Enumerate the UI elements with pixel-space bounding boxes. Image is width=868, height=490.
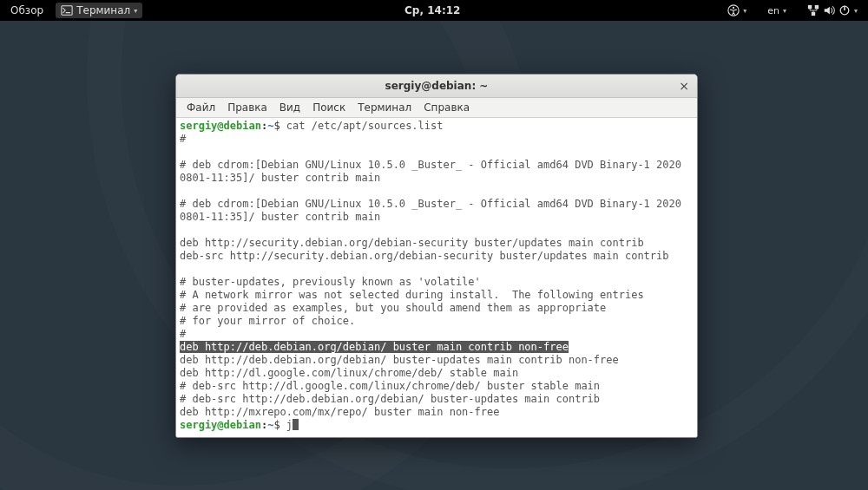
prompt-user: sergiy@debian — [180, 120, 261, 132]
network-icon — [807, 4, 819, 16]
terminal-window: sergiy@debian: ~ × Файл Правка Вид Поиск… — [175, 74, 698, 438]
menu-view[interactable]: Вид — [274, 100, 306, 115]
chevron-down-icon: ▾ — [854, 7, 858, 15]
accessibility-icon — [727, 4, 740, 16]
output-line: deb-src http://security.debian.org/debia… — [180, 250, 669, 262]
output-line: # for your mirror of choice. — [180, 315, 355, 327]
clock[interactable]: Ср, 14:12 — [399, 3, 465, 18]
menu-terminal[interactable]: Терминал — [352, 100, 417, 115]
svg-point-2 — [733, 7, 734, 9]
window-title: sergiy@debian: ~ — [176, 80, 697, 92]
menu-file[interactable]: Файл — [181, 100, 220, 115]
input-source-label: en — [767, 5, 779, 16]
command-2: j — [286, 419, 293, 431]
window-close-button[interactable]: × — [676, 78, 692, 94]
output-line: # — [180, 133, 186, 145]
output-line-selected: deb http://deb.debian.org/debian/ buster… — [180, 341, 569, 353]
system-menu[interactable]: ▾ — [802, 3, 863, 18]
activities-button[interactable]: Обзор — [5, 3, 49, 18]
top-bar: Обзор Терминал ▾ Ср, 14:12 ▾ en ▾ ▾ — [0, 0, 868, 21]
menu-edit[interactable]: Правка — [222, 100, 273, 115]
command-1: cat /etc/apt/sources.list — [286, 120, 444, 132]
output-line: 0801-11:35]/ buster contrib main — [180, 211, 380, 223]
output-line: # A network mirror was not selected duri… — [180, 289, 644, 301]
input-source-menu[interactable]: en ▾ — [762, 3, 792, 18]
svg-rect-5 — [812, 12, 815, 16]
svg-rect-0 — [62, 6, 72, 16]
chevron-down-icon: ▾ — [134, 7, 137, 15]
power-icon — [838, 4, 851, 16]
terminal-output[interactable]: sergiy@debian:~$ cat /etc/apt/sources.li… — [176, 118, 697, 437]
output-line: # deb-src http://deb.debian.org/debian/ … — [180, 393, 600, 405]
prompt-user: sergiy@debian — [180, 419, 261, 431]
output-line: 0801-11:35]/ buster contrib main — [180, 172, 380, 184]
output-line: deb http://dl.google.com/linux/chrome/de… — [180, 367, 518, 379]
menu-search[interactable]: Поиск — [307, 100, 351, 115]
app-menu-label: Терминал — [76, 4, 130, 16]
accessibility-menu[interactable]: ▾ — [722, 3, 752, 18]
output-line: # buster-updates, previously known as 'v… — [180, 276, 481, 288]
svg-rect-4 — [815, 5, 819, 9]
output-line: deb http://security.debian.org/debian-se… — [180, 237, 644, 249]
menu-help[interactable]: Справка — [418, 100, 475, 115]
output-line: # deb-src http://dl.google.com/linux/chr… — [180, 380, 600, 392]
output-line: # — [180, 328, 186, 340]
window-titlebar[interactable]: sergiy@debian: ~ × — [176, 75, 697, 98]
output-line: # are provided as examples, but you shou… — [180, 302, 606, 314]
svg-rect-3 — [808, 5, 812, 9]
output-line: # deb cdrom:[Debian GNU/Linux 10.5.0 _Bu… — [180, 159, 681, 171]
menu-bar: Файл Правка Вид Поиск Терминал Справка — [176, 98, 697, 118]
output-line: deb http://mxrepo.com/mx/repo/ buster ma… — [180, 406, 499, 418]
chevron-down-icon: ▾ — [743, 7, 746, 15]
volume-icon — [823, 4, 835, 16]
output-line: deb http://deb.debian.org/debian/ buster… — [180, 354, 619, 366]
prompt-marker: $ — [273, 419, 279, 431]
text-cursor — [293, 419, 299, 430]
output-line: # deb cdrom:[Debian GNU/Linux 10.5.0 _Bu… — [180, 198, 681, 210]
prompt-marker: $ — [273, 120, 279, 132]
app-menu[interactable]: Терминал ▾ — [56, 3, 142, 18]
chevron-down-icon: ▾ — [783, 7, 786, 15]
terminal-icon — [61, 4, 73, 16]
